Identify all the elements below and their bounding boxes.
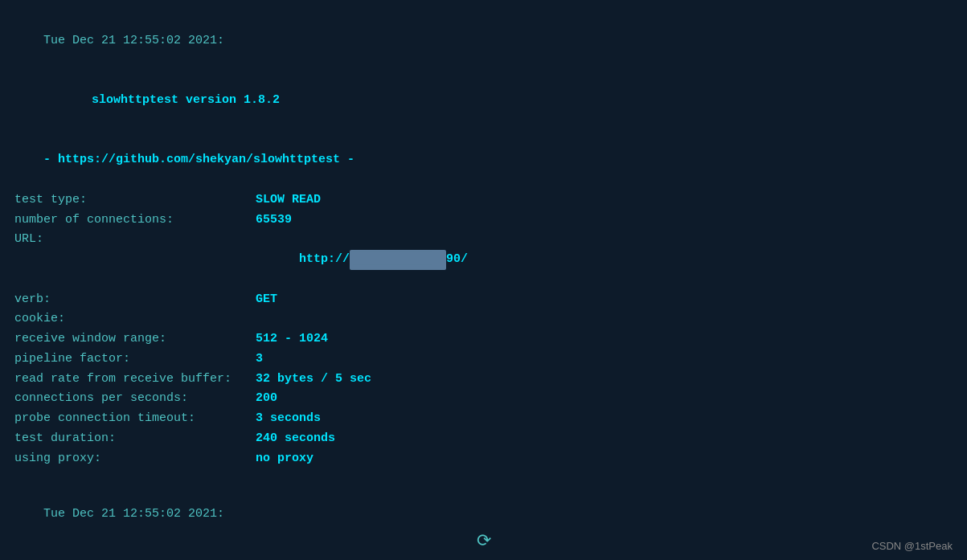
verb-row: verb: GET bbox=[14, 290, 953, 310]
pipeline-row: pipeline factor: 3 bbox=[14, 349, 953, 370]
conn-per-sec-value: 200 bbox=[256, 389, 277, 409]
conn-per-sec-label: connections per seconds: bbox=[14, 389, 256, 409]
read-rate-label: read rate from receive buffer: bbox=[14, 370, 256, 390]
duration-row: test duration: 240 seconds bbox=[14, 429, 953, 449]
recv-window-value: 512 - 1024 bbox=[256, 329, 328, 349]
pipeline-label: pipeline factor: bbox=[14, 349, 256, 370]
connections-row: number of connections: 65539 bbox=[14, 211, 953, 231]
probe-timeout-row: probe connection timeout: 3 seconds bbox=[14, 409, 953, 429]
url-row: URL: http://███████████90/ bbox=[14, 230, 953, 289]
url-label: URL: bbox=[14, 230, 256, 250]
probe-timeout-label: probe connection timeout: bbox=[14, 409, 256, 429]
cookie-label: cookie: bbox=[14, 309, 256, 329]
timestamp2: Tue Dec 21 12:55:02 2021: bbox=[43, 507, 224, 521]
duration-label: test duration: bbox=[14, 429, 256, 449]
app-url: - https://github.com/shekyan/slowhttptes… bbox=[43, 153, 354, 166]
connections-value: 65539 bbox=[256, 211, 292, 231]
spacer-1 bbox=[14, 468, 953, 484]
cookie-row: cookie: bbox=[14, 309, 953, 329]
proxy-label: using proxy: bbox=[14, 449, 256, 469]
read-rate-row: read rate from receive buffer: 32 bytes … bbox=[14, 370, 953, 390]
app-url-line: - https://github.com/shekyan/slowhttptes… bbox=[14, 131, 953, 190]
recv-window-row: receive window range: 512 - 1024 bbox=[14, 329, 953, 349]
pipeline-value: 3 bbox=[256, 349, 263, 370]
duration-value: 240 seconds bbox=[256, 429, 335, 449]
verb-value: GET bbox=[256, 290, 277, 310]
connections-label: number of connections: bbox=[14, 211, 256, 231]
refresh-icon[interactable]: ⟳ bbox=[477, 530, 491, 552]
proxy-row: using proxy: no proxy bbox=[14, 449, 953, 469]
test-type-row: test type: SLOW READ bbox=[14, 190, 953, 211]
app-name: slowhttptest version 1.8.2 bbox=[43, 93, 280, 107]
test-type-value: SLOW READ bbox=[256, 190, 321, 211]
read-rate-value: 32 bytes / 5 sec bbox=[256, 370, 371, 390]
url-value: http://███████████90/ bbox=[256, 230, 468, 289]
url-prefix: http:// bbox=[299, 252, 350, 266]
timestamp1: Tue Dec 21 12:55:02 2021: bbox=[43, 34, 224, 47]
proxy-value: no proxy bbox=[256, 449, 313, 469]
conn-per-sec-row: connections per seconds: 200 bbox=[14, 389, 953, 409]
test-type-label: test type: bbox=[14, 190, 256, 211]
terminal: Tue Dec 21 12:55:02 2021: slowhttptest v… bbox=[0, 0, 967, 560]
verb-label: verb: bbox=[14, 290, 256, 310]
recv-window-label: receive window range: bbox=[14, 329, 256, 349]
probe-timeout-value: 3 seconds bbox=[256, 409, 321, 429]
url-blurred: ███████████ bbox=[350, 250, 446, 270]
watermark: CSDN @1stPeak bbox=[871, 540, 953, 552]
app-name-line: slowhttptest version 1.8.2 bbox=[14, 71, 953, 130]
url-suffix: 90/ bbox=[446, 252, 468, 266]
timestamp-line-1: Tue Dec 21 12:55:02 2021: bbox=[14, 11, 953, 71]
